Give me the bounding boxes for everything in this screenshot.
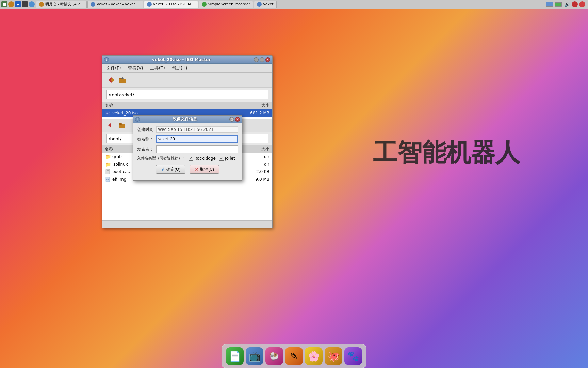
ok-label: 确定(O) <box>166 167 180 172</box>
file-size-efi-img: 9.0 MB <box>242 177 270 182</box>
path-bar-container: /root/veket/ <box>102 88 272 102</box>
tab-veket-browser[interactable]: veket - veket - veket … <box>87 1 143 8</box>
cancel-label: 取消(C) <box>200 167 214 172</box>
volume-input[interactable] <box>156 135 238 143</box>
dock-icon-3[interactable]: 🐏 <box>265 347 283 365</box>
tab-iso-master[interactable]: veket_20.iso - ISO M… <box>144 1 198 8</box>
ok-button[interactable]: ↲ 确定(O) <box>156 165 185 174</box>
dock-icon-5[interactable]: 🌸 <box>305 347 323 365</box>
cd-up-button[interactable] <box>117 75 128 86</box>
menu-help[interactable]: 帮助(H) <box>170 64 189 72</box>
volume-icon[interactable]: 🔊 <box>564 1 570 8</box>
window-minimize-button[interactable]: – <box>254 57 259 62</box>
iso-file-name: veket_20.iso <box>112 111 242 116</box>
form-row-filetype: 文件名类型（两者皆推荐）： ✓ RockRidge ✓ Joliet <box>137 156 238 161</box>
svg-rect-0 <box>3 3 6 4</box>
back-button[interactable] <box>105 75 116 86</box>
cancel-button[interactable]: ✕ 取消(C) <box>190 165 219 174</box>
ok-icon: ↲ <box>161 167 165 172</box>
right-icons: 🔊 <box>546 1 588 8</box>
menu-tools[interactable]: 工具(T) <box>149 64 166 72</box>
window-close-button[interactable]: ✕ <box>265 57 270 62</box>
screen-icon[interactable] <box>546 2 553 7</box>
form-row-publisher: 发布者： <box>137 145 238 153</box>
shortcut-icon-4[interactable] <box>29 1 35 7</box>
menubar: 文件(F) 查看(V) 工具(T) 帮助(H) <box>102 64 272 73</box>
dock-icon-7[interactable]: 🐾 <box>344 347 362 365</box>
system-icons: ▶ <box>0 1 36 7</box>
tab-screen-recorder[interactable]: SimpleScreenRecorder <box>199 1 254 8</box>
taskbar-top: ▶ 明月心 - 叶情文 (4:2… veket - veket - veket … <box>0 0 588 9</box>
power-icon[interactable] <box>579 1 585 7</box>
svg-rect-20 <box>107 172 108 172</box>
publisher-input[interactable] <box>156 145 238 153</box>
boot-path-text: /boot/ <box>109 136 121 141</box>
dialog-controls: ◻ ✕ <box>229 117 240 122</box>
shortcut-icon-1[interactable] <box>8 1 14 7</box>
form-row-volume: 卷名称： <box>137 135 238 143</box>
window-title: veket_20.iso - ISO Master <box>109 57 254 62</box>
svg-marker-10 <box>108 123 111 128</box>
col-size-header: 大小 <box>242 103 270 108</box>
shortcut-icon-2[interactable]: ▶ <box>15 1 21 7</box>
svg-text:ISO: ISO <box>106 112 111 115</box>
col-header-top: 名称 大小 <box>102 102 272 109</box>
battery-icon <box>555 2 562 7</box>
dialog-content: 创建时间 Wed Sep 15 18:21:56 2021 卷名称： 发布者： … <box>133 123 242 180</box>
file-icon-boot-catalog <box>105 169 111 174</box>
path-bar[interactable]: /root/veket/ <box>106 90 268 99</box>
created-label: 创建时间 <box>137 127 153 133</box>
menu-view[interactable]: 查看(V) <box>127 64 145 72</box>
joliet-checkbox[interactable]: ✓ <box>219 156 224 161</box>
boot-back-button[interactable] <box>105 120 116 131</box>
desktop-text: 工智能机器人 <box>373 136 520 169</box>
checkbox-group: ✓ RockRidge ✓ Joliet <box>189 156 238 161</box>
menu-file[interactable]: 文件(F) <box>105 64 122 72</box>
dialog-maximize-button[interactable]: ◻ <box>229 117 234 122</box>
joliet-checkbox-item[interactable]: ✓ Joliet <box>219 156 235 161</box>
filetype-label: 文件名类型（两者皆推荐）： <box>137 156 186 161</box>
app-menu-icon[interactable] <box>1 1 7 7</box>
shortcut-icon-3[interactable] <box>22 1 28 7</box>
iso-file-icon: ISO <box>105 110 111 116</box>
dock-icon-4[interactable]: ✎ <box>285 347 303 365</box>
button-row: ↲ 确定(O) ✕ 取消(C) <box>137 165 238 174</box>
tabs-area: 明月心 - 叶情文 (4:2… veket - veket - veket … … <box>36 1 546 8</box>
file-size-boot-catalog: 2.0 KB <box>242 169 270 174</box>
dock-icon-1[interactable]: 📄 <box>226 347 244 365</box>
dialog-close-button[interactable]: ✕ <box>235 117 240 122</box>
col-name-header: 名称 <box>105 103 242 108</box>
rockridge-checkbox[interactable]: ✓ <box>189 156 193 161</box>
form-row-created: 创建时间 Wed Sep 15 18:21:56 2021 <box>137 126 238 133</box>
window-controls: – ◻ ✕ <box>254 57 270 62</box>
svg-rect-19 <box>107 171 109 171</box>
folder-icon-isolinux: 📁 <box>105 162 111 167</box>
taskbar-bottom: 📄 📺 🐏 ✎ 🌸 🐙 🐾 <box>222 344 366 368</box>
tab-mingmoon[interactable]: 明月心 - 叶情文 (4:2… <box>36 1 87 8</box>
boot-folder-button[interactable] <box>117 120 128 131</box>
image-info-dialog: ↓ 映像文件信息 ◻ ✕ 创建时间 Wed Sep 15 18:21:56 20… <box>133 115 242 181</box>
rockridge-checkbox-item[interactable]: ✓ RockRidge <box>189 156 216 161</box>
svg-point-4 <box>111 78 114 82</box>
folder-icon-grub: 📁 <box>105 154 111 159</box>
cancel-icon: ✕ <box>195 167 199 172</box>
joliet-label: Joliet <box>225 156 235 161</box>
window-pin-button[interactable]: ↓ <box>104 57 109 62</box>
dialog-titlebar: ↓ 映像文件信息 ◻ ✕ <box>133 116 242 123</box>
volume-label: 卷名称： <box>137 136 153 142</box>
path-text: /root/veket/ <box>109 92 134 97</box>
dialog-title: 映像文件信息 <box>140 116 229 122</box>
file-icon-efi-img: IMG <box>105 177 111 182</box>
statusbar <box>102 220 272 228</box>
tab-veket-fm[interactable]: veket <box>254 1 276 8</box>
publisher-label: 发布者： <box>137 147 153 152</box>
dialog-pin-button[interactable]: ↓ <box>135 117 140 122</box>
window-maximize-button[interactable]: ◻ <box>260 57 264 62</box>
network-icon[interactable] <box>572 1 578 7</box>
file-size-grub: dir <box>242 154 270 159</box>
svg-rect-1 <box>3 4 6 5</box>
dock-icon-6[interactable]: 🐙 <box>325 347 342 365</box>
window-titlebar: ↓ veket_20.iso - ISO Master – ◻ ✕ <box>102 56 272 64</box>
toolbar <box>102 73 272 88</box>
dock-icon-2[interactable]: 📺 <box>246 347 263 365</box>
